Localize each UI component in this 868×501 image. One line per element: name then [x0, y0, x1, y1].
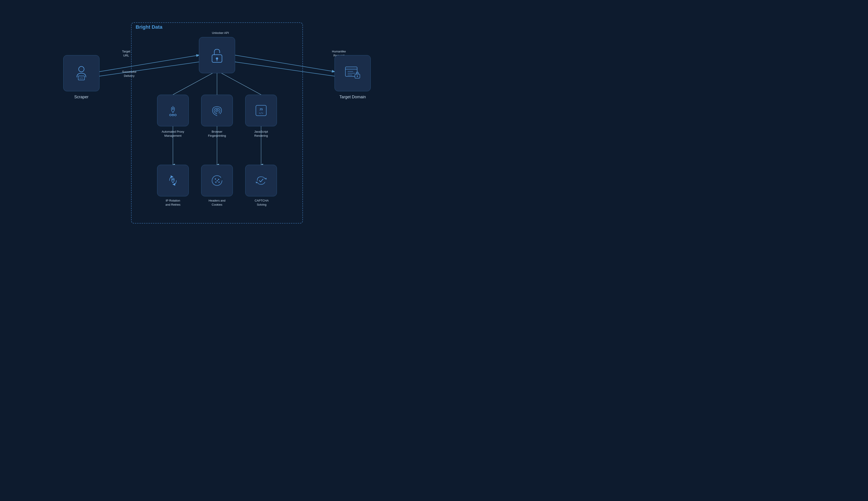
js-icon: JS </>	[253, 103, 269, 118]
ip-rotation-node	[157, 165, 189, 196]
svg-text:JS: JS	[259, 108, 263, 111]
ip-rotation-label: IP Rotationand Retries	[149, 199, 197, 207]
unlocker-api-label: Unlocker API	[202, 31, 239, 35]
js-rendering-node: JS </>	[245, 95, 277, 126]
svg-point-31	[172, 179, 173, 180]
unlocker-node	[199, 37, 235, 73]
scraper-label: Scraper	[63, 95, 99, 99]
svg-point-27	[216, 110, 218, 111]
proxy-label: Automated ProxyManagement	[147, 130, 199, 138]
proxy-icon	[165, 103, 181, 118]
svg-point-24	[170, 114, 171, 116]
bright-data-label: Bright Data	[136, 24, 162, 30]
target-domain-node	[335, 55, 371, 91]
target-domain-label: Target Domain	[335, 95, 371, 99]
svg-point-10	[79, 66, 84, 72]
scraper-node: </>	[63, 55, 99, 91]
svg-text:</>: </>	[259, 111, 263, 115]
fingerprint-icon	[209, 103, 225, 118]
svg-point-22	[357, 76, 358, 77]
ip-rotation-icon	[165, 173, 181, 189]
proxy-node	[157, 95, 189, 126]
diagram: Bright Data	[59, 18, 375, 233]
svg-point-36	[219, 182, 220, 183]
cookies-icon	[209, 173, 225, 189]
fingerprint-label: BrowserFingerprinting	[192, 130, 242, 138]
svg-text:</>: </>	[80, 77, 83, 79]
cookies-label: Headers andCookies	[192, 199, 242, 207]
captcha-label: CAPTCHASolving	[240, 199, 284, 207]
fingerprint-node	[201, 95, 233, 126]
svg-point-37	[217, 180, 218, 181]
svg-point-34	[218, 179, 219, 180]
target-icon	[343, 64, 362, 82]
unlocker-icon	[208, 46, 226, 64]
svg-point-33	[215, 179, 216, 180]
svg-point-26	[174, 114, 176, 116]
captcha-icon	[253, 173, 269, 189]
target-url-label: TargetURL	[122, 50, 130, 57]
scraper-icon: </>	[72, 64, 91, 82]
js-rendering-label: JavaScriptRendering	[240, 130, 283, 138]
svg-point-35	[215, 182, 216, 183]
cookies-node	[201, 165, 233, 196]
svg-point-14	[216, 57, 218, 60]
captcha-node	[245, 165, 277, 196]
svg-point-23	[172, 108, 173, 110]
successful-delivery-label: SuccessfulDelivery	[122, 70, 136, 78]
